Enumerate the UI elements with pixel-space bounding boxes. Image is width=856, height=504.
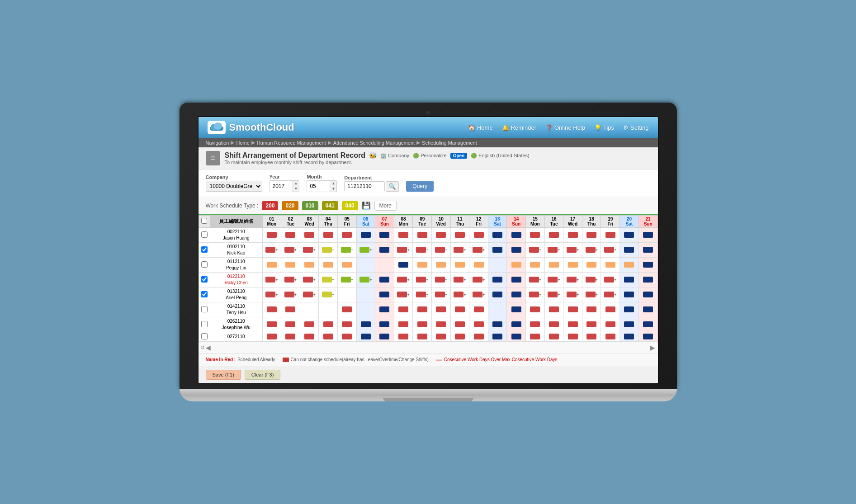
shift-cell[interactable] <box>450 257 469 272</box>
shift-cell[interactable]: + <box>262 272 281 287</box>
month-input[interactable] <box>307 182 330 191</box>
shift-cell[interactable] <box>544 227 563 242</box>
employee-name-cell[interactable]: 0142110Terry Hsu <box>210 302 262 317</box>
scroll-right-btn[interactable]: ▶ <box>649 343 656 352</box>
shift-cell[interactable] <box>638 227 657 242</box>
shift-cell[interactable] <box>262 302 281 317</box>
shift-cell[interactable] <box>620 287 639 302</box>
shift-cell[interactable] <box>319 302 338 317</box>
shift-cell[interactable]: + <box>526 242 545 257</box>
shift-cell[interactable]: + <box>300 287 319 302</box>
shift-cell[interactable] <box>319 332 338 341</box>
shift-cell[interactable] <box>319 317 338 332</box>
employee-name-cell[interactable]: 0272110 <box>210 332 262 341</box>
shift-cell[interactable]: + <box>432 242 451 257</box>
shift-cell[interactable]: + <box>262 287 281 302</box>
type-041[interactable]: 041 <box>322 201 338 210</box>
shift-cell[interactable] <box>262 317 281 332</box>
shift-cell[interactable] <box>620 257 639 272</box>
shift-cell[interactable] <box>582 227 601 242</box>
shift-cell[interactable] <box>432 317 451 332</box>
nav-setting[interactable]: ⚙ Setting <box>623 124 648 131</box>
shift-cell[interactable] <box>300 317 319 332</box>
shift-cell[interactable] <box>638 257 657 272</box>
shift-cell[interactable] <box>319 227 338 242</box>
employee-name-cell[interactable]: 0262110Josephine Wu <box>210 317 262 332</box>
shift-cell[interactable] <box>337 257 356 272</box>
shift-cell[interactable] <box>620 302 639 317</box>
shift-cell[interactable] <box>488 302 507 317</box>
row-checkbox[interactable] <box>201 321 208 327</box>
shift-cell[interactable]: + <box>469 242 488 257</box>
shift-cell[interactable] <box>601 227 620 242</box>
shift-cell[interactable] <box>620 332 639 341</box>
shift-cell[interactable] <box>507 272 526 287</box>
shift-cell[interactable] <box>356 332 375 341</box>
shift-cell[interactable]: + <box>262 242 281 257</box>
shift-cell[interactable] <box>620 227 639 242</box>
employee-name-cell[interactable]: 0022110Jason Huang <box>210 227 262 242</box>
shift-cell[interactable] <box>300 227 319 242</box>
shift-cell[interactable] <box>375 257 394 272</box>
shift-cell[interactable] <box>281 317 300 332</box>
month-up-btn[interactable]: ▲ <box>330 181 336 186</box>
shift-cell[interactable]: + <box>582 272 601 287</box>
shift-cell[interactable] <box>582 302 601 317</box>
shift-cell[interactable] <box>413 227 432 242</box>
shift-cell[interactable] <box>544 332 563 341</box>
shift-cell[interactable]: + <box>394 272 413 287</box>
shift-cell[interactable] <box>563 227 582 242</box>
shift-cell[interactable] <box>488 257 507 272</box>
shift-cell[interactable] <box>300 257 319 272</box>
shift-cell[interactable] <box>281 302 300 317</box>
shift-cell[interactable] <box>262 227 281 242</box>
shift-cell[interactable] <box>432 332 451 341</box>
breadcrumb-scheduling[interactable]: Scheduling Management <box>422 140 477 146</box>
shift-cell[interactable] <box>450 302 469 317</box>
shift-cell[interactable] <box>413 257 432 272</box>
nav-tips[interactable]: 💡 Tips <box>594 124 614 131</box>
shift-cell[interactable] <box>375 287 394 302</box>
shift-cell[interactable] <box>638 242 657 257</box>
shift-cell[interactable] <box>281 332 300 341</box>
shift-cell[interactable] <box>620 317 639 332</box>
shift-cell[interactable]: + <box>281 242 300 257</box>
shift-cell[interactable] <box>526 257 545 272</box>
shift-cell[interactable] <box>488 272 507 287</box>
shift-cell[interactable] <box>394 227 413 242</box>
shift-cell[interactable]: + <box>319 242 338 257</box>
shift-cell[interactable] <box>620 272 639 287</box>
shift-cell[interactable] <box>544 257 563 272</box>
shift-cell[interactable]: + <box>394 242 413 257</box>
shift-cell[interactable] <box>413 317 432 332</box>
shift-cell[interactable] <box>488 227 507 242</box>
row-checkbox[interactable] <box>201 261 208 268</box>
shift-cell[interactable]: + <box>563 287 582 302</box>
shift-cell[interactable]: + <box>413 242 432 257</box>
shift-cell[interactable] <box>375 302 394 317</box>
shift-cell[interactable]: + <box>450 287 469 302</box>
shift-cell[interactable] <box>394 332 413 341</box>
shift-cell[interactable] <box>375 332 394 341</box>
select-all-checkbox[interactable] <box>201 218 207 224</box>
save-draft-icon[interactable]: 💾 <box>362 201 371 210</box>
shift-cell[interactable] <box>582 317 601 332</box>
shift-cell[interactable]: + <box>394 287 413 302</box>
save-button[interactable]: Save (F1) <box>206 370 241 380</box>
shift-cell[interactable] <box>262 257 281 272</box>
dept-search-btn[interactable]: 🔍 <box>386 181 399 192</box>
shift-cell[interactable]: + <box>356 272 375 287</box>
shift-cell[interactable] <box>526 317 545 332</box>
nav-help[interactable]: ❓ Online Help <box>545 124 585 131</box>
shift-cell[interactable]: + <box>544 287 563 302</box>
shift-cell[interactable] <box>488 287 507 302</box>
shift-cell[interactable] <box>488 242 507 257</box>
shift-cell[interactable]: + <box>432 272 451 287</box>
shift-cell[interactable] <box>582 332 601 341</box>
shift-cell[interactable] <box>507 242 526 257</box>
employee-name-cell[interactable]: 0102110Nick Kao <box>210 242 262 257</box>
breadcrumb-hrm[interactable]: Human Resource Management <box>257 140 326 146</box>
shift-cell[interactable] <box>507 287 526 302</box>
shift-cell[interactable] <box>638 302 657 317</box>
shift-cell[interactable] <box>356 257 375 272</box>
